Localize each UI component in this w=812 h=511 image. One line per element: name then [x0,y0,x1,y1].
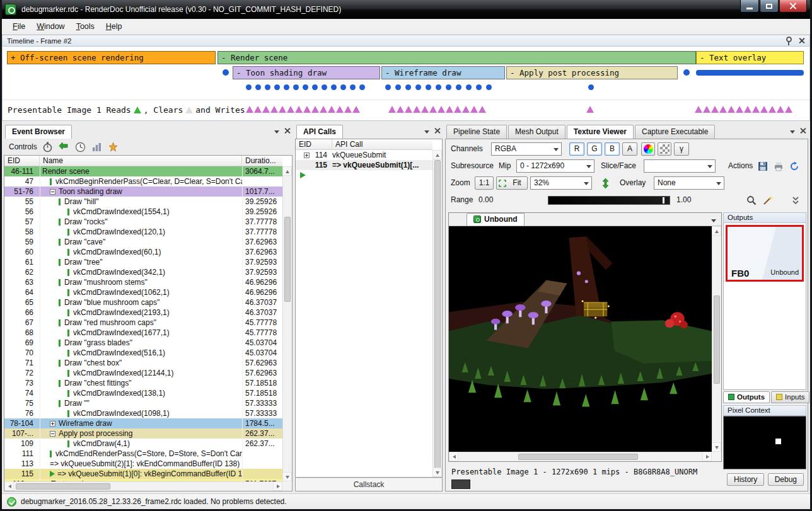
chevron-down-icon[interactable] [274,130,279,134]
event-row[interactable]: 69Draw "grass blades"45.03704 [4,338,282,348]
scroll-right-button[interactable] [702,452,712,461]
menu-item-tools[interactable]: Tools [71,20,100,33]
texture-display[interactable] [449,226,712,452]
event-row[interactable]: 56vkCmdDrawIndexed(1554,1)39.25926 [4,207,282,217]
tab-capture-executable[interactable]: Capture Executable [635,125,715,139]
event-row[interactable]: 73Draw "chest fittings"57.18518 [4,378,282,388]
fb0-thumbnail[interactable]: FB0 Unbound [726,225,804,282]
event-row[interactable]: 76vkCmdDrawIndexed(1098,1)57.33333 [4,408,282,418]
range-options-button[interactable] [789,193,803,207]
event-row[interactable]: 67Draw "red mushroom caps"45.77778 [4,318,282,328]
scrollbar-thumb[interactable] [284,217,291,302]
event-row[interactable]: 60vkCmdDrawIndexed(60,1)37.62963 [4,247,282,257]
timeline-bar-offscreen[interactable]: + Off-screen scene rendering [7,51,216,64]
mip-select[interactable]: 0 - 1272x690 [516,159,594,173]
event-row[interactable]: 57Draw "rocks"37.77778 [4,217,282,227]
texture-tab-unbound[interactable]: Unbound [467,213,525,226]
event-row[interactable]: 74vkCmdDrawIndexed(138,1)57.18518 [4,388,282,398]
api-row-current[interactable]: 115 => vkQueueSubmit(1)[... [296,160,432,170]
red-channel-button[interactable]: R [569,142,584,156]
range-slider[interactable] [548,196,670,205]
scroll-up-button[interactable] [712,226,721,236]
write-marker-group[interactable] [246,106,360,113]
bookmark-star-icon[interactable] [107,141,119,153]
scroll-down-button[interactable] [712,442,721,452]
timeline-dot-group-post[interactable] [588,84,594,90]
event-row[interactable]: 59Draw "cave"37.62963 [4,237,282,247]
vertical-scrollbar[interactable] [712,226,721,452]
chevron-down-icon[interactable] [424,130,429,134]
checkerboard-background-button[interactable] [658,142,671,156]
scroll-up-button[interactable] [432,150,442,159]
timer-icon[interactable] [42,141,54,153]
event-row[interactable]: 55Draw "hill"39.25926 [4,197,282,207]
scroll-right-button[interactable] [273,481,282,491]
tab-texture-viewer[interactable]: Texture Viewer [567,125,634,139]
timeline-bar-post-processing[interactable]: - Apply post processing [506,66,678,79]
event-row-current[interactable]: 115=> vkQueueSubmit(1)[0]: vkBeginComman… [4,469,282,479]
scroll-left-button[interactable] [449,452,458,461]
event-row[interactable]: 65Draw "blue mushroom caps"46.37037 [4,297,282,307]
horizontal-scrollbar[interactable] [4,481,282,491]
pixel-context-view[interactable] [723,416,806,469]
debug-button[interactable]: Debug [768,473,804,486]
write-marker-group[interactable] [388,106,486,113]
event-row[interactable]: 62vkCmdDrawIndexed(342,1)37.92593 [4,267,282,277]
clock-icon[interactable] [74,141,86,153]
expander-icon[interactable] [50,431,55,437]
tab-inputs[interactable]: Inputs [771,391,809,403]
timeline-bar-text-overlay-events[interactable] [696,70,804,76]
event-row[interactable]: 107-...Apply post processing262.37... [4,428,282,439]
stats-icon[interactable] [91,141,103,153]
scroll-down-button[interactable] [432,468,442,477]
tab-outputs[interactable]: Outputs [723,391,770,403]
expander-icon[interactable] [50,189,55,195]
overlay-select[interactable]: None [654,176,724,190]
event-row[interactable]: 78-104Wireframe draw1784.5... [4,418,282,428]
vertical-scrollbar[interactable] [432,150,442,477]
chevron-down-icon[interactable] [790,130,795,134]
event-row[interactable]: 68vkCmdDrawIndexed(1677,1)45.77778 [4,328,282,338]
write-marker-group[interactable] [586,106,594,113]
event-row[interactable]: 111vkCmdEndRenderPass(C=Store, D=Store, … [4,449,282,459]
alpha-channel-button[interactable]: A [622,142,637,156]
event-row[interactable]: 46-111Render scene3064.7... [4,166,282,176]
event-row[interactable]: 63Draw "mushroom stems"46.96296 [4,277,282,287]
write-marker-group[interactable] [695,106,792,113]
scrollbar-thumb[interactable] [434,160,441,469]
zoom-1to1-button[interactable]: 1:1 [475,176,494,190]
export-texture-button[interactable] [772,159,786,173]
scroll-left-button[interactable] [4,481,14,491]
expander-icon[interactable] [50,421,55,427]
event-row[interactable]: 58vkCmdDrawIndexed(120,1)37.77778 [4,227,282,237]
maximize-button[interactable] [760,0,779,13]
fit-button[interactable]: Fit [496,176,528,190]
slice-face-select[interactable] [644,159,716,173]
close-icon[interactable] [798,37,805,44]
event-row[interactable]: 72vkCmdDrawIndexed(12144,1)57.62963 [4,368,282,378]
column-header-name[interactable]: Name [40,156,242,166]
tab-pipeline-state[interactable]: Pipeline State [446,125,507,139]
event-row[interactable]: 109vkCmdDraw(4,1)262.37... [4,439,282,449]
range-slider-handle[interactable] [663,197,664,204]
column-header-eid[interactable]: EID [4,156,40,166]
timeline-dot-group-toon[interactable] [246,84,365,90]
chevron-down-icon[interactable] [711,219,716,222]
colormap-button[interactable] [641,142,655,156]
column-header-duration[interactable]: Duratio... [242,156,282,166]
event-row[interactable]: 70vkCmdDrawIndexed(516,1)45.03704 [4,348,282,358]
zoom-range-button[interactable] [745,193,758,207]
green-channel-button[interactable]: G [587,142,602,156]
close-icon[interactable] [284,128,290,134]
event-row[interactable]: 75Draw ""57.33333 [4,398,282,408]
timeline-bar-wireframe[interactable]: - Wireframe draw [381,66,505,79]
minimize-button[interactable] [740,0,759,13]
timeline-bar-toon-shading[interactable]: - Toon shading draw [233,66,380,79]
event-row[interactable]: 61Draw "tree"37.92593 [4,257,282,267]
scroll-up-button[interactable] [282,166,292,176]
close-icon[interactable] [434,128,440,134]
event-row[interactable]: 113=> vkQueueSubmit(2)[1]: vkEndCommandB… [4,459,282,469]
column-header-api-call[interactable]: API Call [332,139,432,149]
channels-select[interactable]: RGBA [491,142,562,156]
vertical-scrollbar[interactable] [282,166,292,481]
